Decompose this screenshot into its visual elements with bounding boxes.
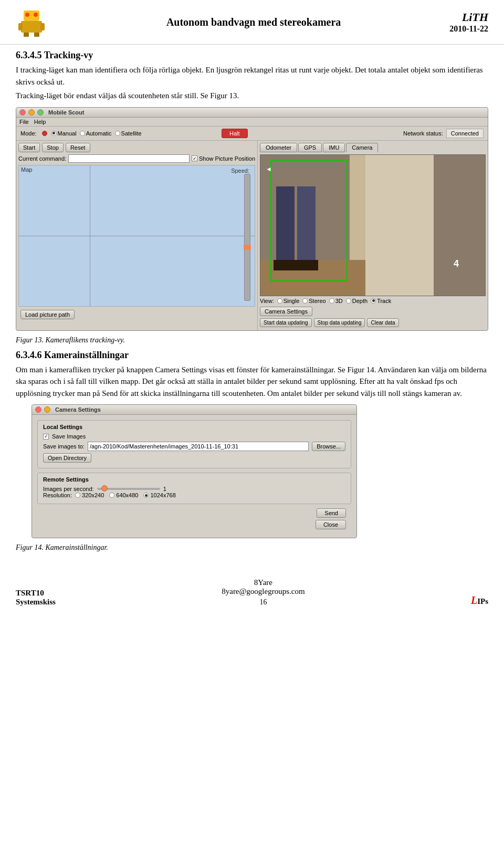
- svg-rect-12: [297, 186, 316, 270]
- view-3d-label: 3D: [335, 298, 343, 304]
- view-track-label: Track: [377, 298, 391, 304]
- camera-settings-button[interactable]: Camera Settings: [260, 307, 312, 316]
- cam-min-btn[interactable]: [44, 406, 50, 413]
- speed-handle[interactable]: [244, 245, 251, 250]
- view-single-radio[interactable]: [277, 298, 282, 304]
- close-button[interactable]: Close: [316, 520, 346, 529]
- view-3d[interactable]: 3D: [329, 298, 343, 304]
- command-input[interactable]: [68, 154, 190, 163]
- maximize-window-btn[interactable]: [37, 109, 44, 116]
- control-row: Start Stop Reset: [18, 143, 255, 152]
- speed-slider[interactable]: [244, 174, 250, 301]
- command-row: Current command: ✓ Show Picture Position: [18, 154, 255, 163]
- svg-rect-11: [276, 186, 295, 270]
- section2-paragraph: Om man i kamerafliken trycker på knappen…: [16, 364, 488, 400]
- show-picture-label: Show Picture Position: [199, 155, 255, 162]
- app-body: Start Stop Reset Current command: ✓ Show…: [16, 141, 488, 330]
- stop-data-updating-button[interactable]: Stop data updating: [314, 318, 365, 327]
- res-640-radio[interactable]: [109, 493, 114, 498]
- res-1024-radio[interactable]: [143, 493, 149, 498]
- stop-button[interactable]: Stop: [42, 143, 64, 152]
- footer-email: 8yare@googlegroups.com: [222, 587, 304, 596]
- view-depth[interactable]: Depth: [346, 298, 368, 304]
- start-button[interactable]: Start: [18, 143, 40, 152]
- section-paragraph-2: Tracking-läget bör endast väljas då scou…: [16, 90, 488, 102]
- footer-left: TSRT10 Systemskiss: [16, 589, 56, 607]
- satellite-radio[interactable]: [115, 131, 120, 136]
- svg-rect-13: [274, 260, 297, 270]
- view-stereo-label: Stereo: [309, 298, 326, 304]
- save-path-input[interactable]: [88, 442, 309, 451]
- view-track[interactable]: Track: [371, 298, 391, 304]
- res-1024x768[interactable]: 1024x768: [143, 492, 175, 498]
- load-btn-row: Load picture path: [18, 309, 255, 320]
- section-heading-635: 6.3.4.5 Tracking-vy: [16, 50, 488, 61]
- menu-file[interactable]: File: [19, 119, 29, 125]
- open-directory-button[interactable]: Open Directory: [43, 453, 91, 463]
- view-track-radio[interactable]: [371, 298, 376, 304]
- send-button[interactable]: Send: [317, 508, 346, 518]
- lips-l: L: [471, 594, 477, 606]
- manual-label: Manual: [58, 130, 77, 137]
- save-images-checkbox[interactable]: ✓: [43, 434, 49, 440]
- menu-help[interactable]: Help: [34, 119, 46, 125]
- camera-image: 4 ◄: [260, 154, 486, 296]
- halt-button[interactable]: Halt: [222, 129, 248, 138]
- footer-doc-type: Systemskiss: [16, 598, 56, 607]
- clear-data-button[interactable]: Clear data: [367, 318, 398, 327]
- browse-button[interactable]: Browse...: [312, 442, 345, 451]
- tab-gps[interactable]: GPS: [298, 143, 322, 152]
- mode-label: Mode:: [20, 130, 37, 137]
- ips-value: 1: [163, 486, 166, 492]
- window-title: Mobile Scout: [48, 109, 84, 116]
- footer-group: 8Yare: [222, 578, 304, 587]
- res-320-radio[interactable]: [75, 493, 80, 498]
- view-stereo-radio[interactable]: [302, 298, 308, 304]
- res-320-label: 320x240: [82, 492, 104, 498]
- right-panel: Odometer GPS IMU Camera: [258, 141, 488, 330]
- save-path-row: Save images to: Browse...: [43, 442, 345, 451]
- view-single-label: Single: [284, 298, 300, 304]
- map-label: Map: [19, 165, 255, 174]
- view-options: View: Single Stereo 3D: [260, 296, 486, 306]
- figure13-caption: Figur 13. Kameraflikens tracking-vy.: [16, 336, 488, 344]
- cam-close-btn[interactable]: [35, 406, 41, 413]
- remote-settings-title: Remote Settings: [43, 476, 345, 483]
- view-depth-radio[interactable]: [346, 298, 351, 304]
- lips-ips: IPs: [477, 597, 488, 605]
- svg-point-2: [34, 13, 38, 17]
- svg-rect-6: [24, 33, 29, 37]
- minimize-window-btn[interactable]: [28, 109, 35, 116]
- view-stereo[interactable]: Stereo: [302, 298, 326, 304]
- tab-camera[interactable]: Camera: [346, 143, 378, 152]
- res-320x240[interactable]: 320x240: [75, 492, 104, 498]
- local-settings-section: Local Settings ✓ Save Images Save images…: [37, 420, 351, 468]
- start-data-updating-button[interactable]: Start data updating: [260, 318, 312, 327]
- automatic-radio[interactable]: [80, 131, 85, 136]
- show-picture-checkbox[interactable]: ✓: [192, 155, 197, 161]
- view-single[interactable]: Single: [277, 298, 300, 304]
- arrow-label: ◄: [266, 165, 272, 173]
- show-picture-check[interactable]: ✓ Show Picture Position: [192, 155, 255, 162]
- load-picture-path-button[interactable]: Load picture path: [20, 310, 75, 319]
- ips-slider[interactable]: [97, 488, 160, 490]
- mode-manual[interactable]: Manual: [51, 130, 77, 137]
- res-640x480[interactable]: 640x480: [109, 492, 138, 498]
- open-dir-row: Open Directory: [43, 453, 345, 463]
- mode-satellite[interactable]: Satellite: [115, 130, 142, 137]
- images-per-second-row: Images per second: 1: [43, 486, 345, 492]
- tab-odometer[interactable]: Odometer: [260, 143, 297, 152]
- tab-imu[interactable]: IMU: [323, 143, 345, 152]
- ips-slider-handle[interactable]: [101, 485, 108, 492]
- map-crosshair-horizontal: [19, 236, 255, 236]
- satellite-label: Satellite: [121, 130, 142, 137]
- manual-radio[interactable]: [51, 131, 57, 136]
- mode-automatic[interactable]: Automatic: [80, 130, 112, 137]
- section-paragraph-1: I tracking-läget kan man identifiera och…: [16, 64, 488, 88]
- data-buttons-row: Start data updating Stop data updating C…: [260, 317, 486, 328]
- view-3d-radio[interactable]: [329, 298, 334, 304]
- reset-button[interactable]: Reset: [66, 143, 90, 152]
- svg-rect-4: [18, 23, 23, 30]
- close-window-btn[interactable]: [19, 109, 26, 116]
- current-command-label: Current command:: [18, 155, 66, 162]
